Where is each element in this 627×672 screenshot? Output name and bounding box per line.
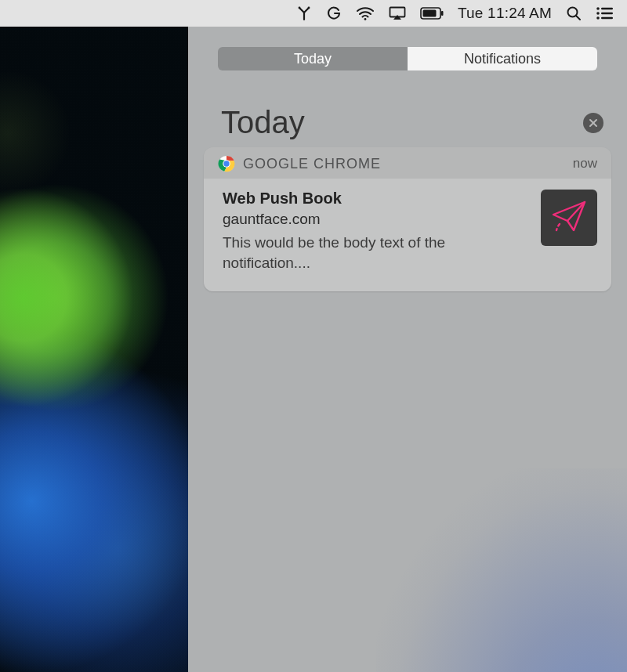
notification-app-name: GOOGLE CHROME <box>243 156 565 172</box>
g-letter-icon[interactable] <box>326 5 342 21</box>
svg-rect-9 <box>601 8 613 9</box>
desktop-wallpaper <box>0 0 188 672</box>
nc-heading-title: Today <box>221 105 305 140</box>
svg-point-7 <box>568 8 578 17</box>
search-icon[interactable] <box>566 5 582 21</box>
nc-heading-row: Today <box>221 105 603 140</box>
svg-point-16 <box>223 161 229 166</box>
airplay-icon[interactable] <box>389 6 406 20</box>
svg-point-2 <box>364 18 367 20</box>
svg-point-1 <box>308 7 310 9</box>
notification-card-header: GOOGLE CHROME now <box>204 147 611 179</box>
wallpaper-glow <box>376 468 627 672</box>
notification-center-icon[interactable] <box>596 6 613 20</box>
wifi-icon[interactable] <box>356 5 375 21</box>
svg-point-0 <box>299 7 301 9</box>
menu-bar: Tue 11:24 AM <box>0 0 627 27</box>
menu-bar-clock[interactable]: Tue 11:24 AM <box>458 5 552 22</box>
svg-point-8 <box>596 7 600 10</box>
notification-title: Web Push Book <box>223 190 530 208</box>
svg-rect-5 <box>423 10 437 17</box>
svg-point-12 <box>596 16 600 20</box>
notification-card[interactable]: GOOGLE CHROME now Web Push Book gauntfac… <box>204 147 611 291</box>
notification-body: This would be the body text of the notif… <box>223 233 530 273</box>
notification-card-body: Web Push Book gauntface.com This would b… <box>204 179 611 291</box>
notification-domain: gauntface.com <box>223 211 530 228</box>
clear-button[interactable] <box>583 113 603 133</box>
tab-notifications-label: Notifications <box>464 51 541 67</box>
screen: Tue 11:24 AM Today Notifications Today <box>0 0 627 672</box>
fork-icon[interactable] <box>296 5 312 21</box>
battery-icon[interactable] <box>420 7 444 20</box>
notification-text: Web Push Book gauntface.com This would b… <box>223 190 530 273</box>
tab-today-label: Today <box>294 51 332 67</box>
svg-rect-13 <box>601 17 613 19</box>
svg-point-10 <box>596 12 600 15</box>
notification-thumbnail <box>541 190 597 246</box>
svg-rect-6 <box>441 11 444 16</box>
notification-timestamp: now <box>573 156 597 172</box>
svg-rect-11 <box>601 13 613 14</box>
paper-plane-icon <box>549 196 589 240</box>
tab-notifications[interactable]: Notifications <box>408 47 597 70</box>
notification-center-panel: Today Notifications Today <box>188 27 627 672</box>
chrome-icon <box>218 155 235 172</box>
nc-tabs: Today Notifications <box>218 47 597 70</box>
tab-today[interactable]: Today <box>218 47 408 70</box>
